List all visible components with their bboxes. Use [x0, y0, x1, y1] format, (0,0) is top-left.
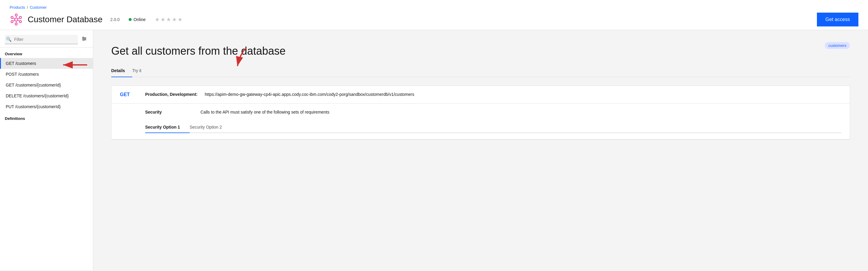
breadcrumb-products-link[interactable]: Products	[10, 5, 25, 10]
svg-point-3	[11, 16, 13, 19]
status-dot	[129, 18, 132, 21]
security-row: Security Calls to the API must satisfy o…	[112, 104, 850, 139]
header-main: Customer Database 2.0.0 Online ★ ★ ★ ★ ★…	[10, 12, 858, 27]
status-badge: Online	[129, 17, 146, 22]
svg-line-11	[13, 21, 15, 21]
star-3[interactable]: ★	[166, 16, 171, 23]
sidebar-item-delete-customer-id-label: DELETE /customers/{customerId}	[6, 94, 68, 98]
security-header-row: Security Calls to the API must satisfy o…	[120, 110, 841, 114]
tab-try-it[interactable]: Try it	[132, 65, 149, 77]
method-label: GET	[120, 92, 138, 97]
security-desc: Calls to the API must satisfy one of the…	[200, 110, 330, 114]
svg-point-5	[11, 21, 13, 23]
svg-point-4	[20, 16, 22, 19]
security-tab-option-2[interactable]: Security Option 2	[190, 122, 231, 133]
sidebar-search-row: 🔍	[0, 30, 93, 47]
tabs-area: Details Try it	[111, 65, 850, 77]
sidebar: 🔍 Overview GET /customers	[0, 30, 93, 270]
sidebar-item-put-customer-id-label: PUT /customers/{customerId}	[6, 104, 61, 109]
svg-point-18	[83, 39, 84, 40]
svg-point-17	[85, 38, 86, 39]
details-section: GET Production, Development: https://api…	[111, 86, 850, 140]
star-rating[interactable]: ★ ★ ★ ★ ★	[155, 16, 182, 23]
sidebar-item-post-customers[interactable]: POST /customers	[0, 69, 93, 80]
breadcrumb-customer-link[interactable]: Customer	[30, 5, 46, 10]
sidebar-item-get-customers-label: GET /customers	[6, 61, 36, 66]
security-tabs-container: Security Option 1 Security Option 2	[120, 119, 841, 133]
sidebar-item-post-customers-label: POST /customers	[6, 72, 39, 77]
sidebar-item-get-customer-id[interactable]: GET /customers/{customerId}	[0, 80, 93, 91]
main-layout: 🔍 Overview GET /customers	[0, 30, 868, 270]
svg-line-10	[18, 18, 20, 19]
sidebar-item-put-customer-id[interactable]: PUT /customers/{customerId}	[0, 101, 93, 112]
sidebar-search-container: 🔍	[5, 35, 78, 44]
sidebar-item-delete-customer-id[interactable]: DELETE /customers/{customerId}	[0, 91, 93, 101]
content-title: Get all customers from the database	[111, 44, 850, 57]
security-key: Security	[145, 110, 193, 114]
security-tab-option-1[interactable]: Security Option 1	[145, 122, 190, 133]
tabs-row: Details Try it	[111, 65, 850, 77]
product-icon	[10, 13, 23, 26]
svg-point-0	[15, 18, 18, 21]
breadcrumb-separator: /	[27, 5, 28, 10]
search-icon: 🔍	[6, 37, 12, 42]
search-input[interactable]	[14, 37, 76, 42]
header-left: Customer Database 2.0.0 Online ★ ★ ★ ★ ★	[10, 13, 182, 26]
sidebar-item-get-customer-id-label: GET /customers/{customerId}	[6, 82, 61, 88]
product-title: Customer Database	[28, 15, 102, 24]
svg-point-6	[20, 21, 22, 23]
details-method-row: GET Production, Development: https://api…	[112, 86, 850, 104]
get-access-button[interactable]: Get access	[817, 12, 858, 27]
star-1[interactable]: ★	[155, 16, 160, 23]
sidebar-item-get-customers[interactable]: GET /customers	[0, 58, 93, 69]
sidebar-items-container: GET /customers POST /customers GET /cust…	[0, 58, 93, 112]
svg-line-9	[13, 18, 15, 19]
star-5[interactable]: ★	[178, 16, 182, 23]
svg-point-16	[83, 37, 84, 38]
tab-details[interactable]: Details	[111, 65, 132, 77]
star-2[interactable]: ★	[160, 16, 165, 23]
filter-button[interactable]	[80, 35, 88, 44]
customers-tag[interactable]: customers	[825, 42, 850, 49]
svg-point-2	[15, 23, 18, 25]
api-url-value: https://apim-demo-gw-gateway-cp4i-apic.a…	[205, 92, 414, 97]
sidebar-definitions-label: Definitions	[0, 112, 93, 123]
status-label: Online	[133, 17, 146, 22]
header: Products / Customer Customer Database	[0, 0, 868, 30]
version-badge: 2.0.0	[110, 17, 120, 22]
breadcrumb: Products / Customer	[10, 5, 858, 10]
content-area: customers Get all customers from the dat…	[93, 30, 868, 270]
security-tabs-row: Security Option 1 Security Option 2	[145, 122, 841, 133]
environments-key: Production, Development:	[145, 92, 197, 97]
star-4[interactable]: ★	[172, 16, 177, 23]
svg-point-1	[15, 14, 18, 16]
sidebar-overview-label: Overview	[0, 47, 93, 58]
filter-icon	[82, 36, 87, 41]
svg-line-12	[18, 21, 20, 21]
